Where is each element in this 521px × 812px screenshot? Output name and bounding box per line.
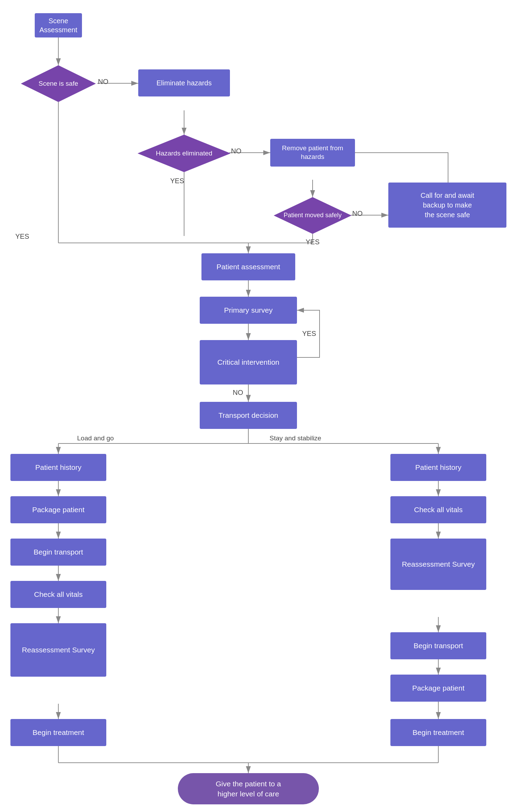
yes-label-patient-moved: YES bbox=[306, 238, 320, 246]
hazards-eliminated-diamond-wrapper: Hazards eliminated bbox=[138, 135, 231, 172]
hazards-eliminated-diamond: Hazards eliminated bbox=[138, 135, 231, 172]
patient-assessment-box: Patient assessment bbox=[201, 253, 295, 280]
patient-moved-safely-diamond-wrapper: Patient moved safely bbox=[274, 197, 352, 234]
call-for-backup-box: Call for and awaitbackup to makethe scen… bbox=[388, 183, 506, 228]
left-patient-history-box: Patient history bbox=[10, 454, 106, 481]
scene-is-safe-diamond-wrapper: Scene is safe bbox=[21, 65, 96, 102]
right-begin-treatment-box: Begin treatment bbox=[390, 719, 486, 746]
right-patient-history-box: Patient history bbox=[390, 454, 486, 481]
eliminate-hazards-box: Eliminate hazards bbox=[138, 69, 230, 96]
no-label-patient-moved: NO bbox=[352, 210, 363, 218]
flowchart-container: Scene Assessment Scene is safe Eliminate… bbox=[0, 0, 521, 812]
scene-assessment-box: Scene Assessment bbox=[35, 13, 82, 37]
left-check-vitals-box: Check all vitals bbox=[10, 581, 106, 608]
left-reassessment-box: Reassessment Survey bbox=[10, 623, 106, 677]
stay-and-stabilize-label: Stay and stabilize bbox=[270, 434, 321, 442]
scene-is-safe-diamond: Scene is safe bbox=[21, 65, 96, 102]
left-begin-treatment-box: Begin treatment bbox=[10, 719, 106, 746]
right-package-patient-box: Package patient bbox=[390, 675, 486, 702]
no-label-scene-safe: NO bbox=[98, 78, 108, 86]
patient-moved-safely-diamond: Patient moved safely bbox=[274, 197, 352, 234]
left-begin-transport-box: Begin transport bbox=[10, 539, 106, 566]
right-check-vitals-box: Check all vitals bbox=[390, 496, 486, 523]
yes-label-scene-safe: YES bbox=[15, 232, 29, 240]
remove-patient-box: Remove patient from hazards bbox=[270, 139, 355, 167]
right-begin-transport-box: Begin transport bbox=[390, 632, 486, 659]
yes-label-hazards: YES bbox=[170, 177, 184, 185]
no-label-critical: NO bbox=[233, 389, 243, 397]
yes-label-critical: YES bbox=[302, 330, 316, 338]
no-label-hazards: NO bbox=[231, 147, 241, 155]
left-package-patient-box: Package patient bbox=[10, 496, 106, 523]
primary-survey-box: Primary survey bbox=[200, 297, 297, 324]
transport-decision-box: Transport decision bbox=[200, 402, 297, 429]
critical-intervention-box: Critical intervention bbox=[200, 340, 297, 384]
right-reassessment-box: Reassessment Survey bbox=[390, 539, 486, 590]
final-node: Give the patient to ahigher level of car… bbox=[178, 773, 319, 804]
load-and-go-label: Load and go bbox=[77, 434, 114, 442]
